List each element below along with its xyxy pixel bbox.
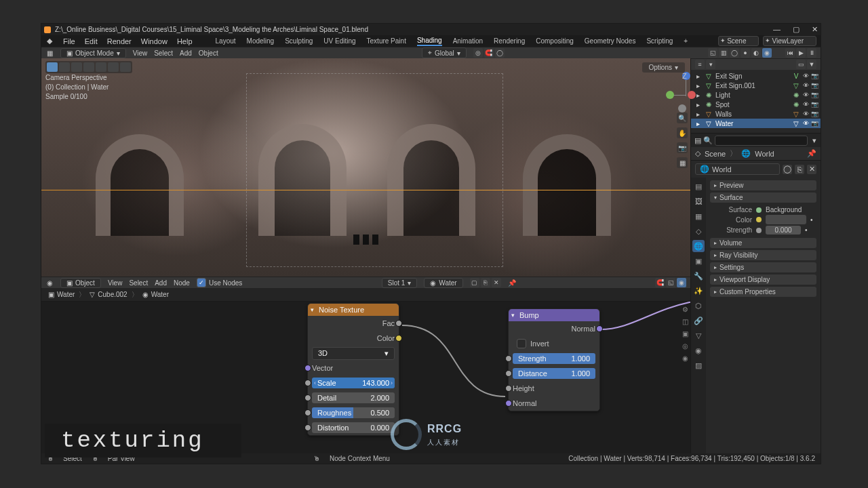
eye-icon[interactable]: 👁: [803, 120, 810, 127]
pivot-icon[interactable]: ◎: [473, 48, 483, 58]
maximize-button[interactable]: ▢: [793, 25, 800, 34]
nh-select[interactable]: Select: [129, 279, 148, 287]
nst-group-icon[interactable]: ◫: [680, 317, 690, 326]
camera-icon[interactable]: 📷: [811, 101, 818, 108]
options-icon[interactable]: ▾: [810, 136, 818, 144]
ws-scripting[interactable]: Scripting: [646, 37, 673, 45]
camera-icon[interactable]: 📷: [811, 110, 818, 117]
use-nodes-toggle[interactable]: ✓ Use Nodes: [197, 278, 242, 287]
eye-icon[interactable]: 👁: [803, 101, 810, 108]
shader-socket-icon[interactable]: [756, 207, 762, 213]
bump-node-title[interactable]: ▾ Bump: [509, 309, 599, 321]
roughness-field[interactable]: Roughnes 0.500: [312, 407, 395, 418]
tab-physics[interactable]: ⬡: [692, 300, 705, 312]
tab-output[interactable]: 🖼: [692, 195, 705, 207]
mat-unlink-icon[interactable]: ✕: [492, 278, 501, 287]
tab-material[interactable]: ◉: [692, 344, 705, 357]
ws-layout[interactable]: Layout: [216, 37, 236, 45]
crumb-1[interactable]: ▣Water: [48, 291, 75, 298]
camera-icon[interactable]: 📷: [811, 82, 818, 89]
color-socket-icon[interactable]: [756, 217, 762, 222]
eye-icon[interactable]: 👁: [803, 92, 810, 98]
overlay-icon[interactable]: ◱: [708, 48, 717, 58]
panel-viewport[interactable]: Viewport Display: [710, 274, 816, 285]
pin-icon[interactable]: 📌: [807, 149, 816, 158]
outliner-type-icon[interactable]: ≡: [695, 60, 705, 69]
ws-rendering[interactable]: Rendering: [494, 37, 525, 45]
collapse-icon[interactable]: ▾: [311, 306, 314, 313]
move-tool[interactable]: [71, 62, 82, 72]
tab-scene[interactable]: ◇: [692, 225, 705, 237]
invert-toggle[interactable]: Invert: [513, 339, 549, 348]
collapse-icon[interactable]: ▾: [511, 312, 515, 319]
crumb-2[interactable]: ▽Cube.002: [90, 291, 127, 298]
rotate-tool[interactable]: [83, 62, 94, 72]
new-collection-icon[interactable]: ▭: [796, 60, 806, 69]
distance-field[interactable]: Distance 1.000: [513, 368, 595, 379]
pause-icon[interactable]: ⏸: [807, 48, 816, 58]
chevron-right-icon[interactable]: ▸: [694, 119, 702, 127]
camera-icon[interactable]: 📷: [811, 73, 818, 79]
menu-window[interactable]: Window: [141, 37, 167, 45]
filter-funnel-icon[interactable]: ▼: [807, 60, 816, 69]
hb-view[interactable]: View: [133, 49, 148, 57]
tab-data[interactable]: ▽: [692, 329, 705, 342]
mat-new-icon[interactable]: ▢: [470, 278, 479, 287]
nh-add[interactable]: Add: [155, 279, 167, 287]
detail-field[interactable]: Detail 2.000: [312, 392, 395, 403]
menu-edit[interactable]: Edit: [85, 37, 98, 45]
distance-socket[interactable]: [505, 370, 512, 377]
panel-volume[interactable]: Volume: [710, 238, 816, 248]
height-socket[interactable]: [505, 385, 512, 392]
transform-tool[interactable]: [108, 62, 119, 72]
panel-preview[interactable]: Preview: [710, 180, 816, 190]
dot-menu-icon[interactable]: •: [805, 226, 808, 234]
shading-matprev-icon[interactable]: ◐: [751, 48, 761, 58]
strength-socket[interactable]: [505, 355, 512, 362]
detail-socket[interactable]: [304, 394, 311, 401]
world-new-icon[interactable]: ◯: [783, 165, 792, 174]
xray-icon[interactable]: ▥: [719, 48, 728, 58]
shading-solid-icon[interactable]: ●: [741, 48, 750, 58]
chevron-right-icon[interactable]: ▸: [694, 72, 702, 80]
eye-icon[interactable]: 👁: [803, 73, 810, 79]
nst-view-icon[interactable]: ◎: [680, 341, 690, 350]
crumb-world[interactable]: World: [755, 150, 774, 158]
snap-toggle[interactable]: 🧲: [484, 48, 494, 58]
crumb-scene[interactable]: Scene: [705, 150, 726, 158]
hb-add[interactable]: Add: [180, 49, 192, 57]
minimize-button[interactable]: —: [773, 25, 781, 34]
camera-view-icon[interactable]: 📷: [677, 142, 688, 153]
cursor-tool[interactable]: [59, 62, 70, 72]
scale-tool[interactable]: [96, 62, 106, 72]
noise-texture-node[interactable]: ▾ Noise Texture Fac Color 3D ▾: [307, 303, 399, 436]
persp-toggle-icon[interactable]: ▦: [677, 157, 688, 168]
menu-help[interactable]: Help: [177, 37, 193, 45]
ws-animation[interactable]: Animation: [453, 37, 483, 45]
tab-texture[interactable]: ▨: [692, 359, 705, 371]
magnify-icon[interactable]: 🔍: [677, 113, 688, 123]
eye-icon[interactable]: 👁: [803, 110, 810, 117]
nh-node[interactable]: Node: [174, 279, 190, 287]
ws-shading[interactable]: Shading: [417, 37, 442, 46]
shading-wire-icon[interactable]: ◯: [730, 48, 739, 58]
node-mode[interactable]: ▣ Object: [60, 278, 101, 288]
mat-copy-icon[interactable]: ⎘: [481, 278, 490, 287]
scale-field[interactable]: ‹ Scale 143.000 ›: [312, 378, 395, 388]
tab-modifier[interactable]: 🔧: [692, 270, 705, 282]
tab-particles[interactable]: ✨: [692, 285, 705, 297]
outliner-item[interactable]: ▸ ▽ Walls ▽ 👁📷: [691, 109, 821, 119]
menu-render[interactable]: Render: [107, 37, 132, 45]
menu-file[interactable]: File: [63, 37, 75, 45]
bump-node[interactable]: ▾ Bump Normal Invert: [508, 308, 600, 411]
editor-type-icon[interactable]: ▦: [45, 49, 54, 57]
outliner[interactable]: ▸ ▽ Exit Sign V 👁📷 ▸ ▽ Exit Sign.001 ▽ 👁…: [691, 70, 821, 134]
orientation-dropdown[interactable]: ⌖ Global ▾: [422, 47, 467, 58]
normal-out-socket[interactable]: [596, 325, 603, 332]
viewport[interactable]: Options ▾ Camera Perspective (0) Collect…: [41, 58, 690, 277]
dimensions-dropdown[interactable]: 3D ▾: [312, 347, 395, 360]
tab-render[interactable]: ▤: [692, 180, 705, 192]
nst-options-icon[interactable]: ⚙: [680, 304, 690, 314]
value-socket-icon[interactable]: [756, 228, 762, 233]
tab-object[interactable]: ▣: [692, 255, 705, 267]
